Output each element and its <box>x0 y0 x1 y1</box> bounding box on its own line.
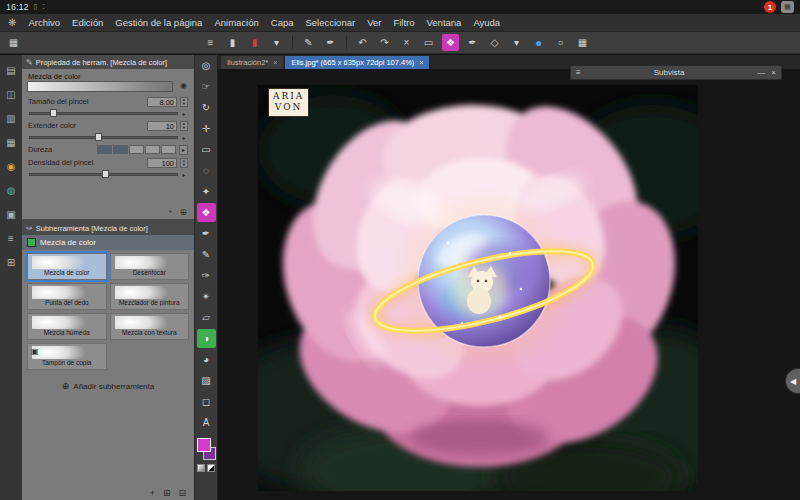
brush-size-palette-icon[interactable]: ▥ <box>3 111 19 127</box>
auto-select-tool[interactable]: ✦ <box>197 182 216 201</box>
color-history-icon[interactable]: ▮ <box>246 34 263 51</box>
menu-ayuda[interactable]: Ayuda <box>473 17 500 28</box>
gradient-tool[interactable]: ▨ <box>197 371 216 390</box>
menu-ver[interactable]: Ver <box>367 17 381 28</box>
notification-badge[interactable]: 1 <box>764 1 776 13</box>
hardness-expand-button[interactable]: ▸ <box>179 145 188 155</box>
brush-size-stepper[interactable]: ▴▾ <box>180 97 188 107</box>
extend-color-stepper[interactable]: ▴▾ <box>180 121 188 131</box>
brush-density-slider[interactable]: ▸ <box>28 169 188 179</box>
airbrush-tool[interactable]: ✴ <box>197 287 216 306</box>
gradient-chip[interactable] <box>197 464 205 472</box>
blend-tool[interactable]: ◑ <box>197 329 216 348</box>
fill-tool[interactable]: ◕ <box>197 350 216 369</box>
grid-mode-icon[interactable]: ▦ <box>574 34 591 51</box>
brush-density-value[interactable]: 100 <box>147 158 177 168</box>
hardness-segments[interactable] <box>97 145 176 154</box>
menu-archivo[interactable]: Archivo <box>28 17 60 28</box>
menu-seleccionar[interactable]: Seleccionar <box>305 17 355 28</box>
minimize-icon[interactable]: — <box>757 68 765 77</box>
subtool-tile-tampon-de-copia[interactable]: ▣ Tampón de copia <box>27 343 107 370</box>
selected-mode-icon[interactable]: ● <box>530 34 547 51</box>
reset-tool-icon[interactable]: ◔ <box>167 207 172 217</box>
text-tool[interactable]: A <box>197 413 216 432</box>
layer-palette-icon[interactable]: ▣ <box>3 207 19 223</box>
menu-edicion[interactable]: Edición <box>72 17 103 28</box>
brush-tool[interactable]: ✑ <box>197 266 216 285</box>
tab-elis-jpg[interactable]: Elis.jpg* (665 x 635px 72dpi 107.4%) × <box>285 56 429 69</box>
color-set-palette-icon[interactable]: ◍ <box>3 183 19 199</box>
subtool-header[interactable]: ✑ Subherramienta [Mezcla de color] <box>22 221 194 235</box>
extend-color-value[interactable]: 10 <box>147 121 177 131</box>
workspace-icon[interactable]: ▮ <box>224 34 241 51</box>
slider-option-icon[interactable]: ▸ <box>180 110 188 118</box>
tool-palette-icon[interactable]: ▤ <box>3 63 19 79</box>
close-tab-icon[interactable]: × <box>273 59 277 66</box>
material-palette-icon[interactable]: ⊞ <box>3 255 19 271</box>
move-tool[interactable]: ✛ <box>197 119 216 138</box>
add-subtool-button[interactable]: ⊕ Añadir subherramienta <box>22 373 194 395</box>
brush-size-slider[interactable]: ▸ <box>28 108 188 118</box>
subtool-tile-mezclador-de-pintura[interactable]: Mezclador de pintura <box>110 283 190 310</box>
csp-logo-icon[interactable]: ❋ <box>8 17 16 28</box>
menu-animacion[interactable]: Animación <box>214 17 258 28</box>
add-icon[interactable]: + <box>150 488 155 498</box>
duplicate-icon[interactable]: ⊞ <box>163 488 171 498</box>
dropdown-icon[interactable]: ▾ <box>268 34 285 51</box>
main-menu-icon[interactable]: ≡ <box>202 34 219 51</box>
color-wheel-palette-icon[interactable]: ◉ <box>3 159 19 175</box>
brush-density-stepper[interactable]: ▴▾ <box>180 158 188 168</box>
close-tab-icon[interactable]: × <box>419 59 423 66</box>
menu-ventana[interactable]: Ventana <box>427 17 462 28</box>
hand-tool[interactable]: ☞ <box>197 77 216 96</box>
subtool-palette-icon[interactable]: ◫ <box>3 87 19 103</box>
menu-gestion-pagina[interactable]: Gestión de la página <box>115 17 202 28</box>
pencil-tool[interactable]: ✎ <box>197 245 216 264</box>
subtool-tile-punta-del-dedo[interactable]: Punta del dedo <box>27 283 107 310</box>
app-switcher-icon[interactable]: ▦ <box>781 1 794 13</box>
pencil-command-icon[interactable]: ✎ <box>300 34 317 51</box>
figure-tool[interactable]: ◻ <box>197 392 216 411</box>
subtool-tile-mezcla-de-color[interactable]: Mezcla de color <box>27 253 107 280</box>
undo-button[interactable]: ↶ <box>354 34 371 51</box>
marquee-select-tool[interactable]: ▭ <box>197 140 216 159</box>
subview-panel-header[interactable]: ≡ Subvista — × <box>570 65 782 80</box>
subtool-tile-mezcla-humeda[interactable]: Mezcla húmeda <box>27 313 107 340</box>
advanced-settings-icon[interactable]: ⊕ <box>179 207 187 217</box>
lasso-tool[interactable]: ◌ <box>197 161 216 180</box>
slider-option-icon[interactable]: ▸ <box>180 134 188 142</box>
material-color-icon[interactable]: ❖ <box>442 34 459 51</box>
zoom-tool[interactable]: ◎ <box>197 56 216 75</box>
brush-size-value[interactable]: 8.00 <box>147 97 177 107</box>
tool-property-palette-icon[interactable]: ▦ <box>3 135 19 151</box>
rotate-canvas-tool[interactable]: ↻ <box>197 98 216 117</box>
tab-ilustracion2[interactable]: Ilustración2* × <box>221 56 283 69</box>
subtool-tile-mezcla-con-textura[interactable]: Mezcla con textura <box>110 313 190 340</box>
operation-tool[interactable]: ❖ <box>197 203 216 222</box>
slider-option-icon[interactable]: ▸ <box>180 171 188 179</box>
current-subtool-row[interactable]: Mezcla de color <box>22 235 194 250</box>
pen-command-icon[interactable]: ✒ <box>322 34 339 51</box>
transform-button[interactable]: ▭ <box>420 34 437 51</box>
vector-pen-icon[interactable]: ✒ <box>464 34 481 51</box>
pen-tool[interactable]: ✒ <box>197 224 216 243</box>
eraser-tool[interactable]: ▱ <box>197 308 216 327</box>
menu-filtro[interactable]: Filtro <box>393 17 414 28</box>
eraser-command-icon[interactable]: ◇ <box>486 34 503 51</box>
transparent-chip[interactable] <box>207 464 215 472</box>
navigator-palette-icon[interactable]: ≡ <box>3 231 19 247</box>
menu-capa[interactable]: Capa <box>271 17 294 28</box>
snap-icon[interactable]: ▾ <box>508 34 525 51</box>
drag-handle-icon[interactable]: ≡ <box>576 68 581 77</box>
lock-icon[interactable]: ◉ <box>180 81 187 90</box>
drawing-canvas[interactable]: ARIA VON <box>258 85 698 491</box>
extend-color-slider[interactable]: ▸ <box>28 132 188 142</box>
circle-mode-icon[interactable]: ○ <box>552 34 569 51</box>
close-icon[interactable]: × <box>771 68 776 77</box>
subtool-tile-desenfocar[interactable]: Desenfocar <box>110 253 190 280</box>
delete-icon[interactable]: ⊟ <box>178 488 186 498</box>
tool-property-header[interactable]: ✎ Propiedad de herram. [Mezcla de color] <box>22 55 194 69</box>
hide-palettes-icon[interactable]: ▦ <box>5 34 22 51</box>
redo-button[interactable]: ↷ <box>376 34 393 51</box>
main-color-swatch[interactable] <box>197 438 211 452</box>
